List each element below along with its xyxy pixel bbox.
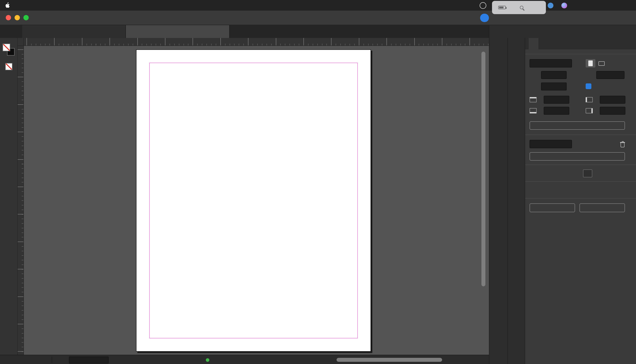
tools-panel (0, 38, 18, 355)
minimize-window-button[interactable] (15, 15, 20, 20)
horizontal-ruler[interactable] (24, 38, 489, 46)
document-grid-button[interactable] (616, 170, 626, 177)
divider (525, 54, 636, 54)
page-size-select[interactable] (530, 59, 572, 68)
document-page[interactable] (136, 50, 371, 352)
properties-panel (525, 38, 636, 364)
edit-page-button[interactable] (530, 152, 625, 160)
bottom-margin-icon (530, 108, 537, 113)
dock-strip-a (489, 38, 507, 364)
fill-swatch-none[interactable] (3, 44, 10, 51)
smart-guides-button[interactable] (616, 186, 626, 194)
tab-properties[interactable] (529, 38, 538, 50)
import-file-button[interactable] (530, 204, 575, 212)
traffic-lights (0, 15, 29, 20)
bottom-margin-field[interactable] (544, 106, 569, 114)
divider (525, 198, 636, 198)
toolbar-extras (3, 41, 15, 86)
pasteboard[interactable] (24, 46, 489, 355)
tab-untitled-2[interactable] (22, 25, 126, 38)
panel-tabs (525, 38, 636, 50)
baseline-grid-button[interactable] (600, 170, 609, 177)
lock-guides-button[interactable] (600, 186, 609, 194)
apple-menu-icon[interactable] (5, 2, 10, 8)
divider (52, 356, 52, 363)
share-button[interactable] (480, 14, 489, 22)
pages-count-icon (586, 71, 595, 79)
tab-pages[interactable] (538, 38, 548, 50)
toolbar-expand-chevron[interactable] (0, 25, 22, 38)
panel-dock (489, 38, 525, 364)
page-number-dropdown[interactable] (69, 356, 109, 363)
creative-cloud-icon[interactable] (480, 0, 486, 10)
show-rulers-button[interactable] (583, 170, 592, 177)
right-margin-icon (586, 108, 593, 113)
adjust-layout-button[interactable] (530, 121, 625, 130)
current-page-select[interactable] (530, 140, 572, 148)
top-margin-icon (530, 97, 537, 102)
left-margin-icon (586, 97, 593, 102)
left-margin-field[interactable] (600, 96, 625, 104)
menubar-status-widget-overlay (492, 1, 546, 14)
portrait-orientation-button[interactable] (586, 59, 595, 68)
show-guides-button[interactable] (583, 186, 592, 194)
apply-none-swatch[interactable] (5, 63, 12, 70)
indesign-window (0, 0, 636, 364)
preflight-profile-dropdown[interactable] (147, 355, 179, 364)
screen (0, 0, 636, 364)
height-field[interactable] (541, 82, 567, 90)
vertical-ruler[interactable] (18, 46, 24, 355)
pages-count-field[interactable] (596, 71, 624, 79)
tab-cc-libraries[interactable] (548, 38, 558, 50)
divider (525, 181, 636, 182)
search-icon[interactable] (520, 6, 523, 9)
battery-icon[interactable] (498, 6, 506, 9)
delete-page-button[interactable] (620, 141, 625, 147)
zoom-window-button[interactable] (24, 15, 29, 20)
siri-icon[interactable] (561, 0, 567, 10)
add-page-button[interactable] (605, 140, 615, 148)
user-avatar[interactable] (548, 0, 553, 10)
vertical-scrollbar[interactable] (481, 52, 485, 286)
preflight-status-dropdown[interactable] (206, 355, 219, 364)
width-field[interactable] (541, 71, 567, 79)
top-margin-field[interactable] (544, 96, 569, 104)
close-window-button[interactable] (6, 15, 11, 20)
no-errors-dot (206, 358, 209, 362)
text-to-image-button[interactable] (579, 204, 625, 212)
divider (525, 134, 636, 135)
dock-strip-b (507, 38, 525, 364)
horizontal-scrollbar[interactable] (337, 358, 442, 362)
dock-header-strip (489, 25, 636, 38)
fill-stroke-swatches[interactable] (3, 44, 15, 56)
status-bar (0, 355, 489, 364)
facing-pages-checkbox[interactable] (586, 84, 591, 89)
tab-untitled-5[interactable] (126, 25, 230, 38)
margin-guides (149, 63, 358, 338)
right-margin-field[interactable] (600, 106, 625, 114)
ruler-origin-corner[interactable] (18, 38, 24, 46)
divider (525, 164, 636, 165)
landscape-orientation-button[interactable] (597, 59, 606, 68)
document-tab-bar (0, 25, 636, 38)
zoom-level-dropdown[interactable] (26, 355, 28, 364)
